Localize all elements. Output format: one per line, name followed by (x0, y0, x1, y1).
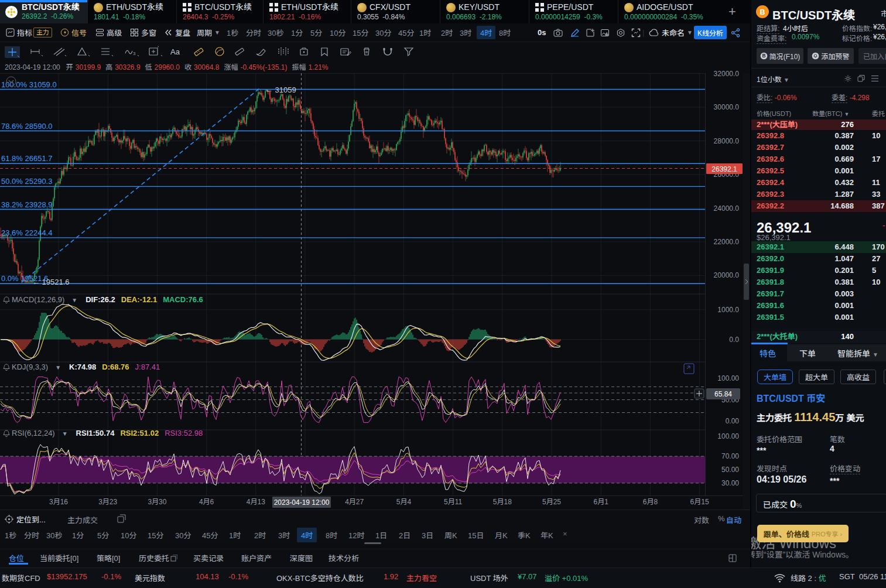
svg-text:3月30: 3月30 (148, 498, 166, 506)
svg-text:0.00: 0.00 (726, 417, 740, 425)
svg-text:MACD(12,26,9)▼DIF:26.2DEA:-12.: MACD(12,26,9)▼DIF:26.2DEA:-12.1MACD:76.6 (12, 295, 203, 304)
svg-text:Aa: Aa (170, 47, 180, 56)
svg-text:1000.0: 1000.0 (717, 306, 739, 314)
svg-text:RSI(6,12,24)▼RSI1:50.74RSI2:51: RSI(6,12,24)▼RSI1:50.74RSI2:51.02RSI3:52… (12, 429, 203, 437)
svg-text:30000.0: 30000.0 (714, 103, 740, 111)
svg-text:4月6: 4月6 (199, 498, 214, 506)
svg-text:32000.0: 32000.0 (714, 70, 740, 78)
svg-text:23.6% 22244.4: 23.6% 22244.4 (1, 228, 52, 237)
svg-text:20000.0: 20000.0 (714, 271, 740, 279)
svg-text:6月8: 6月8 (643, 498, 658, 506)
svg-text:100.00: 100.00 (717, 432, 739, 440)
svg-text:3月23: 3月23 (98, 498, 117, 506)
svg-text:70.00: 70.00 (721, 452, 739, 460)
svg-text:4月13: 4月13 (247, 498, 265, 506)
svg-text:6月15: 6月15 (690, 498, 709, 506)
svg-text:100.00: 100.00 (717, 374, 739, 382)
svg-text:78.6% 28590.0: 78.6% 28590.0 (1, 122, 52, 131)
svg-text:B: B (760, 8, 765, 16)
svg-text:65.84: 65.84 (714, 390, 732, 398)
svg-text:3: 3 (133, 51, 136, 56)
svg-text:← 31059: ← 31059 (265, 86, 296, 94)
svg-text:61.8% 26651.7: 61.8% 26651.7 (1, 154, 52, 163)
svg-text:6月1: 6月1 (594, 498, 609, 506)
svg-text:5月18: 5月18 (493, 498, 512, 506)
svg-text:22000.0: 22000.0 (714, 238, 740, 246)
svg-text:5月4: 5月4 (396, 498, 412, 506)
svg-text:5月11: 5月11 (444, 498, 462, 506)
svg-text:26392.1: 26392.1 (711, 165, 737, 173)
svg-text:2023-04-19 12:00开30199.9高30326: 2023-04-19 12:00开30199.9高30326.9低29960.0… (5, 63, 329, 71)
svg-text:2023-04-19 12:00: 2023-04-19 12:00 (274, 498, 330, 507)
svg-text:50.0% 25290.3: 50.0% 25290.3 (1, 177, 52, 186)
svg-text:3月16: 3月16 (49, 498, 68, 506)
svg-text:KDJ(9,3,3)▼K:74.98D:68.76J:87.: KDJ(9,3,3)▼K:74.98D:68.76J:87.41 (12, 363, 160, 371)
svg-text:4月27: 4月27 (345, 498, 364, 506)
svg-text:24000.0: 24000.0 (714, 204, 740, 213)
svg-text:50.00: 50.00 (721, 466, 739, 474)
svg-text:0.0: 0.0 (729, 336, 739, 344)
svg-text:28000.0: 28000.0 (714, 137, 740, 145)
svg-text:5月25: 5月25 (542, 498, 561, 506)
svg-text:38.2% 23928.9: 38.2% 23928.9 (1, 200, 52, 209)
svg-text:30.00: 30.00 (721, 479, 739, 487)
svg-text:← 19521.6: ← 19521.6 (32, 278, 70, 286)
svg-text:B: B (762, 53, 765, 59)
